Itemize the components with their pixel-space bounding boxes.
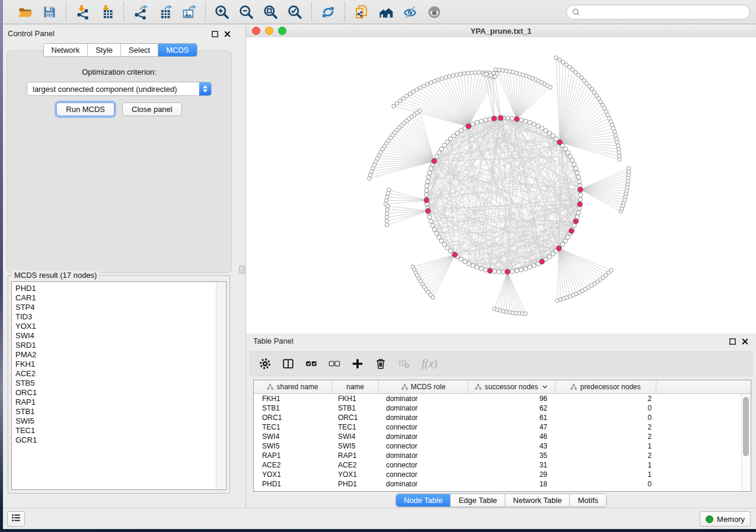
cell: RAP1 (332, 451, 379, 460)
refresh-icon[interactable] (320, 4, 336, 20)
result-node[interactable]: PMA2 (15, 350, 214, 360)
cell: 0 (556, 414, 656, 422)
save-session-icon[interactable] (42, 4, 58, 20)
table-row[interactable]: PHD1PHD1dominator180 (254, 479, 741, 489)
hide-graphics-details-icon[interactable] (402, 4, 418, 20)
cell: 2 (556, 432, 656, 441)
memory-button[interactable]: Memory (700, 511, 751, 527)
import-table-icon[interactable] (99, 4, 115, 20)
close-panel-icon[interactable] (224, 30, 231, 37)
show-task-history-button[interactable] (7, 511, 25, 527)
tab-mcds[interactable]: MCDS (158, 44, 196, 56)
table-scrollbar[interactable] (741, 394, 750, 491)
result-node[interactable]: SWI5 (15, 416, 214, 426)
cell: ACE2 (332, 461, 379, 469)
result-node[interactable]: CAR1 (15, 293, 214, 303)
optimization-criterion-select[interactable]: largest connected component (undirected) (27, 82, 212, 96)
split-panel-icon[interactable] (282, 357, 295, 370)
table-panel-titlebar: Table Panel (246, 334, 756, 348)
column-label: predecessor nodes (580, 383, 640, 391)
vertical-splitter[interactable] (237, 24, 245, 508)
add-column-icon[interactable] (351, 357, 364, 370)
open-session-icon[interactable] (17, 4, 33, 20)
splitter-grip[interactable] (239, 265, 245, 274)
result-node[interactable]: SRD1 (15, 341, 214, 350)
network-window-titlebar[interactable]: YPA_prune.txt_1 (246, 24, 756, 38)
column-label: shared name (276, 383, 318, 391)
result-node[interactable]: YOX1 (15, 322, 214, 331)
column-header-MCDS-role[interactable]: MCDS role (379, 380, 468, 393)
float-panel-icon[interactable] (211, 30, 219, 37)
export-network-icon[interactable] (132, 4, 148, 20)
tab-style[interactable]: Style (87, 44, 120, 56)
table-row[interactable]: ORC1ORC1dominator610 (254, 413, 741, 422)
float-table-panel-icon[interactable] (729, 337, 736, 345)
close-table-panel-icon[interactable] (741, 337, 749, 345)
column-header-shared-name[interactable]: shared name (254, 380, 332, 393)
cell: connector (379, 423, 468, 431)
select-all-icon[interactable] (305, 357, 318, 370)
result-node[interactable]: ORC1 (15, 388, 214, 398)
table-row[interactable]: ACE2ACE2connector311 (254, 460, 741, 470)
table-row[interactable]: RAP1RAP1dominator352 (254, 451, 741, 460)
result-node[interactable]: STB5 (15, 379, 214, 388)
table-row[interactable]: FKH1FKH1dominator962 (254, 394, 741, 403)
table-row[interactable]: SWI5SWI5connector431 (254, 441, 741, 451)
deselect-all-icon[interactable] (328, 357, 341, 370)
zoom-in-icon[interactable] (214, 4, 230, 20)
export-table-icon[interactable] (157, 4, 173, 20)
column-header-predecessor-nodes[interactable]: predecessor nodes (556, 380, 656, 393)
cell: TEC1 (254, 423, 332, 431)
dropdown-stepper-icon (199, 82, 211, 95)
clone-network-icon[interactable] (353, 4, 369, 20)
delete-columns-icon[interactable] (374, 357, 387, 370)
table-row[interactable]: STB1STB1dominator620 (254, 403, 741, 413)
mcds-result-list[interactable]: PHD1CAR1STP4TID3YOX1SWI4SRD1PMA2FKH1ACE2… (11, 281, 227, 490)
import-network-icon[interactable] (75, 4, 91, 20)
run-mcds-button[interactable]: Run MCDS (56, 102, 114, 116)
tab-select[interactable]: Select (120, 44, 158, 56)
result-node[interactable]: TID3 (15, 312, 214, 322)
tab-motifs[interactable]: Motifs (569, 494, 606, 507)
zoom-fit-icon[interactable] (263, 4, 279, 20)
network-canvas[interactable] (246, 37, 756, 334)
search-box[interactable] (566, 5, 750, 20)
column-header-name[interactable]: name (332, 380, 379, 393)
search-input[interactable] (583, 7, 745, 17)
result-list-scrollbar[interactable] (216, 283, 225, 489)
cell: 43 (468, 442, 556, 450)
table-row[interactable]: TEC1TEC1connector472 (254, 422, 741, 432)
tab-edge-table[interactable]: Edge Table (450, 494, 505, 507)
column-label: MCDS role (411, 383, 446, 391)
cell: 62 (468, 404, 556, 412)
table-row[interactable]: SWI4SWI4dominator462 (254, 432, 741, 441)
result-node[interactable]: PHD1 (15, 284, 214, 293)
table-scrollbar-thumb[interactable] (743, 397, 749, 456)
result-node[interactable]: SWI4 (15, 331, 214, 341)
result-node[interactable]: TEC1 (15, 426, 214, 435)
zoom-out-icon[interactable] (238, 4, 254, 20)
network-canvas-container[interactable] (246, 37, 756, 334)
result-node[interactable]: STB1 (15, 407, 214, 416)
zoom-selected-icon[interactable] (287, 4, 303, 20)
export-image-icon[interactable] (181, 4, 197, 20)
result-node[interactable]: GCR1 (15, 435, 214, 445)
show-graphics-details-icon[interactable] (426, 4, 442, 20)
table-row[interactable]: YOX1YOX1connector291 (254, 470, 741, 479)
tab-network-table[interactable]: Network Table (505, 494, 569, 507)
cell: dominator (379, 395, 468, 403)
column-label: name (346, 383, 364, 391)
function-builder-button: f(x) (422, 357, 437, 370)
tab-network[interactable]: Network (43, 44, 87, 56)
result-node[interactable]: RAP1 (15, 398, 214, 407)
control-panel: Control Panel NetworkStyleSelectMCDS Opt… (3, 24, 237, 508)
settings-icon[interactable] (259, 357, 272, 370)
cell: TEC1 (332, 423, 379, 431)
close-panel-button[interactable]: Close panel (122, 102, 182, 116)
result-node[interactable]: ACE2 (15, 369, 214, 379)
tab-node-table[interactable]: Node Table (396, 494, 451, 507)
first-neighbors-icon[interactable] (378, 4, 394, 20)
result-node[interactable]: FKH1 (15, 360, 214, 369)
column-header-successor-nodes[interactable]: successor nodes (468, 380, 556, 393)
result-node[interactable]: STP4 (15, 303, 214, 312)
